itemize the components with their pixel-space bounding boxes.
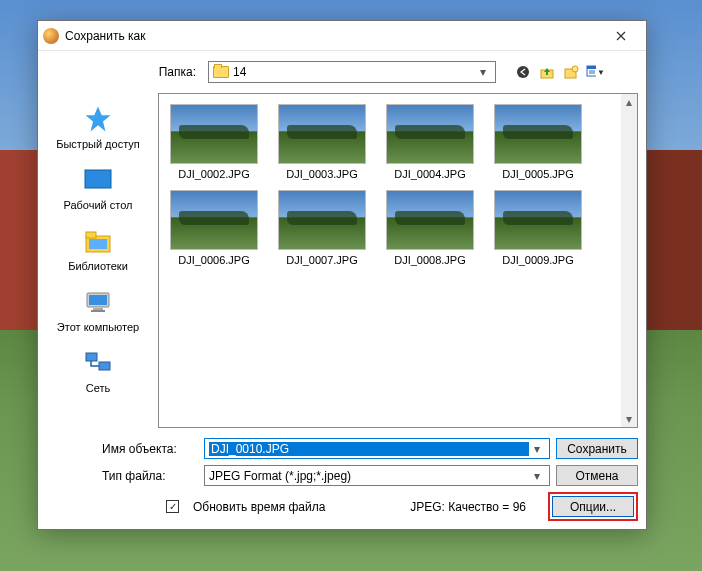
filename-value: DJI_0010.JPG xyxy=(209,442,529,456)
checkbox-label: Обновить время файла xyxy=(193,500,325,514)
file-item[interactable]: DJI_0004.JPG xyxy=(383,104,477,180)
file-name: DJI_0003.JPG xyxy=(286,168,358,180)
view-icon xyxy=(585,64,596,80)
file-item[interactable]: DJI_0006.JPG xyxy=(167,190,261,266)
thumbnail-icon xyxy=(386,190,474,250)
jpeg-quality-label: JPEG: Качество = 96 xyxy=(410,500,526,514)
file-item[interactable]: DJI_0007.JPG xyxy=(275,190,369,266)
place-quick-access[interactable]: Быстрый доступ xyxy=(42,99,154,158)
file-item[interactable]: DJI_0005.JPG xyxy=(491,104,585,180)
desktop-icon xyxy=(82,164,114,196)
new-folder-icon xyxy=(563,64,579,80)
bottom-controls: Имя объекта: DJI_0010.JPG ▾ Сохранить Ти… xyxy=(38,432,646,529)
folder-row: Папка: 14 ▾ ▼ xyxy=(38,51,646,91)
libraries-icon xyxy=(82,225,114,257)
svg-rect-8 xyxy=(85,170,111,188)
svg-rect-16 xyxy=(91,310,105,312)
place-network[interactable]: Сеть xyxy=(42,343,154,402)
app-icon xyxy=(43,28,59,44)
titlebar: Сохранить как xyxy=(38,21,646,51)
scroll-down-button[interactable]: ▾ xyxy=(621,411,637,427)
cancel-button[interactable]: Отмена xyxy=(556,465,638,486)
network-icon xyxy=(82,347,114,379)
chevron-down-icon: ▾ xyxy=(529,442,545,456)
file-name: DJI_0002.JPG xyxy=(178,168,250,180)
svg-point-0 xyxy=(517,66,529,78)
dialog-title: Сохранить как xyxy=(65,29,601,43)
place-libraries[interactable]: Библиотеки xyxy=(42,221,154,280)
folder-label: Папка: xyxy=(98,65,202,79)
place-label: Быстрый доступ xyxy=(42,138,154,150)
thumbnail-icon xyxy=(170,104,258,164)
places-bar: Быстрый доступ Рабочий стол Библиотеки Э… xyxy=(38,91,158,432)
svg-rect-15 xyxy=(93,308,103,310)
svg-rect-17 xyxy=(86,353,97,361)
thumbnail-icon xyxy=(170,190,258,250)
chevron-down-icon: ▾ xyxy=(529,469,545,483)
vertical-scrollbar[interactable]: ▴ ▾ xyxy=(621,94,637,427)
file-name: DJI_0004.JPG xyxy=(394,168,466,180)
thumbnail-icon xyxy=(386,104,474,164)
save-as-dialog: Сохранить как Папка: 14 ▾ ▼ xyxy=(37,20,647,530)
svg-rect-5 xyxy=(587,66,596,69)
file-item[interactable]: DJI_0003.JPG xyxy=(275,104,369,180)
file-item[interactable]: DJI_0002.JPG xyxy=(167,104,261,180)
close-button[interactable] xyxy=(601,22,641,50)
svg-rect-11 xyxy=(86,232,96,238)
update-file-time-checkbox[interactable]: ✓ xyxy=(166,500,179,513)
new-folder-button[interactable] xyxy=(560,61,582,83)
thumbnail-icon xyxy=(278,190,366,250)
nav-up-button[interactable] xyxy=(536,61,558,83)
file-grid[interactable]: DJI_0002.JPG DJI_0003.JPG DJI_0004.JPG D… xyxy=(159,94,621,427)
file-name: DJI_0008.JPG xyxy=(394,254,466,266)
file-name: DJI_0009.JPG xyxy=(502,254,574,266)
file-listing-area: DJI_0002.JPG DJI_0003.JPG DJI_0004.JPG D… xyxy=(158,93,638,428)
folder-up-icon xyxy=(539,64,555,80)
file-name: DJI_0007.JPG xyxy=(286,254,358,266)
place-label: Сеть xyxy=(42,382,154,394)
svg-rect-18 xyxy=(99,362,110,370)
file-name: DJI_0005.JPG xyxy=(502,168,574,180)
place-label: Библиотеки xyxy=(42,260,154,272)
file-name: DJI_0006.JPG xyxy=(178,254,250,266)
save-button[interactable]: Сохранить xyxy=(556,438,638,459)
filename-label: Имя объекта: xyxy=(48,442,198,456)
close-icon xyxy=(616,31,626,41)
filename-input[interactable]: DJI_0010.JPG ▾ xyxy=(204,438,550,459)
folder-value: 14 xyxy=(233,65,471,79)
view-menu-button[interactable]: ▼ xyxy=(584,61,606,83)
place-label: Рабочий стол xyxy=(42,199,154,211)
thumbnail-icon xyxy=(494,104,582,164)
file-item[interactable]: DJI_0008.JPG xyxy=(383,190,477,266)
svg-rect-12 xyxy=(89,239,107,249)
file-item[interactable]: DJI_0009.JPG xyxy=(491,190,585,266)
chevron-down-icon: ▼ xyxy=(597,68,605,77)
place-desktop[interactable]: Рабочий стол xyxy=(42,160,154,219)
thumbnail-icon xyxy=(278,104,366,164)
quick-access-icon xyxy=(82,103,114,135)
scroll-up-button[interactable]: ▴ xyxy=(621,94,637,110)
svg-point-3 xyxy=(572,66,578,72)
filetype-value: JPEG Format (*.jpg;*.jpeg) xyxy=(209,469,529,483)
filetype-label: Тип файла: xyxy=(48,469,198,483)
chevron-down-icon: ▾ xyxy=(475,65,491,79)
nav-back-button[interactable] xyxy=(512,61,534,83)
back-arrow-icon xyxy=(515,64,531,80)
filetype-combo[interactable]: JPEG Format (*.jpg;*.jpeg) ▾ xyxy=(204,465,550,486)
options-button[interactable]: Опции... xyxy=(552,496,634,517)
folder-combo[interactable]: 14 ▾ xyxy=(208,61,496,83)
thumbnail-icon xyxy=(494,190,582,250)
place-label: Этот компьютер xyxy=(42,321,154,333)
place-this-pc[interactable]: Этот компьютер xyxy=(42,282,154,341)
folder-icon xyxy=(213,66,229,78)
computer-icon xyxy=(82,286,114,318)
options-highlight: Опции... xyxy=(548,492,638,521)
svg-rect-14 xyxy=(89,295,107,305)
